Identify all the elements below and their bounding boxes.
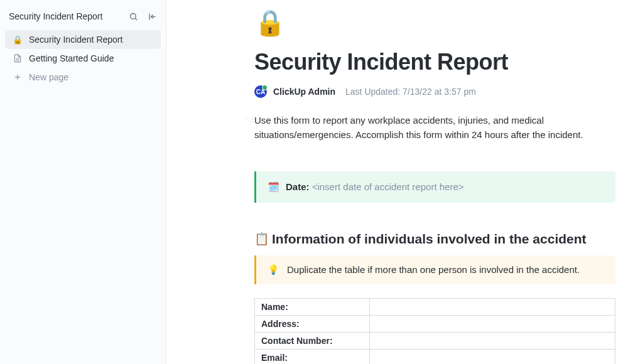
- date-placeholder: <insert date of accident report here>: [312, 181, 464, 192]
- table-label-cell[interactable]: Email:: [255, 349, 370, 364]
- drag-handle-icon[interactable]: ⋮⋮: [243, 115, 252, 124]
- sidebar-item-new-page[interactable]: New page: [5, 68, 161, 87]
- sidebar-header: Security Incident Report: [0, 5, 166, 30]
- sidebar-item-getting-started-guide[interactable]: Getting Started Guide: [5, 49, 161, 68]
- sidebar: Security Incident Report 🔒 Security Inci…: [0, 0, 166, 364]
- table-row: Name:: [255, 298, 615, 315]
- table-value-cell[interactable]: [369, 332, 615, 349]
- intro-block: ⋮⋮ Use this form to report any workplace…: [243, 113, 615, 142]
- section-heading-text: Information of individuals involved in t…: [272, 232, 587, 247]
- last-updated-label: Last Updated:: [345, 87, 400, 97]
- sidebar-item-security-incident-report[interactable]: 🔒 Security Incident Report: [5, 30, 161, 49]
- avatar[interactable]: CA: [254, 85, 267, 98]
- date-callout[interactable]: 🗓️ Date: <insert date of accident report…: [254, 171, 615, 203]
- table-label-cell[interactable]: Address:: [255, 315, 370, 332]
- author-name: ClickUp Admin: [273, 87, 335, 97]
- sidebar-title: Security Incident Report: [9, 11, 102, 21]
- table-row: Address:: [255, 315, 615, 332]
- page-icon[interactable]: 🔒: [254, 10, 615, 35]
- document-icon: [13, 53, 23, 63]
- sidebar-header-actions: [128, 11, 157, 21]
- calendar-icon: 🗓️: [268, 181, 279, 193]
- table-label-cell[interactable]: Name:: [255, 298, 370, 315]
- individual-info-table[interactable]: Name:Address:Contact Number:Email:Design…: [254, 298, 615, 365]
- main-content: 🔒 Security Incident Report CA ClickUp Ad…: [166, 0, 628, 364]
- table-value-cell[interactable]: [369, 298, 615, 315]
- table-row: Contact Number:: [255, 332, 615, 349]
- document: 🔒 Security Incident Report CA ClickUp Ad…: [254, 10, 628, 364]
- last-updated-value: 7/13/22 at 3:57 pm: [403, 87, 476, 97]
- sidebar-item-label: Security Incident Report: [29, 35, 122, 45]
- lock-icon: 🔒: [13, 35, 23, 45]
- sidebar-list: 🔒 Security Incident Report Getting Start…: [0, 30, 166, 87]
- svg-point-0: [130, 13, 136, 19]
- plus-icon: [13, 72, 23, 82]
- table-label-cell[interactable]: Contact Number:: [255, 332, 370, 349]
- table-value-cell[interactable]: [369, 349, 615, 364]
- table-row: Email:: [255, 349, 615, 364]
- hint-callout[interactable]: 💡 Duplicate the table if more than one p…: [254, 255, 615, 284]
- sidebar-item-label: New page: [29, 72, 68, 82]
- hint-text: Duplicate the table if more than one per…: [287, 264, 580, 275]
- table-body: Name:Address:Contact Number:Email:Design…: [255, 298, 615, 364]
- collapse-sidebar-icon[interactable]: [147, 11, 157, 21]
- intro-text[interactable]: Use this form to report any workplace ac…: [254, 113, 615, 142]
- search-icon[interactable]: [128, 11, 138, 21]
- date-label: Date:: [286, 181, 310, 192]
- lightbulb-icon: 💡: [268, 264, 279, 276]
- table-value-cell[interactable]: [369, 315, 615, 332]
- last-updated: Last Updated: 7/13/22 at 3:57 pm: [345, 87, 476, 97]
- section-heading[interactable]: 📋Information of individuals involved in …: [254, 232, 615, 247]
- clipboard-icon: 📋: [254, 232, 269, 246]
- svg-line-1: [135, 18, 137, 20]
- document-meta: CA ClickUp Admin Last Updated: 7/13/22 a…: [254, 85, 615, 98]
- sidebar-item-label: Getting Started Guide: [29, 53, 114, 63]
- page-title[interactable]: Security Incident Report: [254, 49, 615, 75]
